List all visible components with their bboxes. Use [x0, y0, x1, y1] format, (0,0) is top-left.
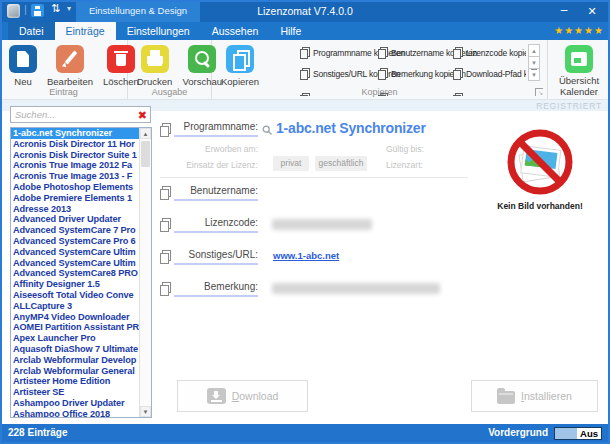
vordergrund-toggle[interactable]: Aus	[554, 427, 602, 440]
list-item[interactable]: Acronis True Image 2012 Fa	[11, 160, 139, 171]
download-button[interactable]: Download	[177, 380, 308, 412]
vordergrund-label: Vordergrund	[488, 424, 548, 442]
bemerkung-label: Bemerkung:	[174, 281, 258, 297]
scrollbar-thumb[interactable]	[141, 141, 150, 167]
gallery-more-button[interactable]: ▼	[528, 68, 540, 81]
copy-icon	[453, 68, 463, 80]
group-label-eintrag: Eintrag	[0, 87, 127, 97]
copy-command-item[interactable]: Bemerkung kopieren	[378, 68, 453, 80]
list-item[interactable]: Adobe Photoshop Elements	[11, 182, 139, 193]
sonstiges-url-label: Sonstiges/URL:	[174, 249, 258, 265]
list-item[interactable]: Advanced SystemCare Ultim	[11, 258, 139, 269]
kopieren-button[interactable]: Kopieren	[218, 45, 262, 87]
tab-hilfe[interactable]: Hilfe	[269, 22, 312, 40]
installieren-button[interactable]: Installieren	[471, 380, 598, 412]
search-input[interactable]	[15, 108, 130, 121]
list-item[interactable]: 1-abc.net Synchronizer	[11, 128, 139, 139]
close-button[interactable]: ✕	[582, 0, 602, 22]
ribbon: Neu Bearbeiten Löschen Eintrag Drucken	[0, 40, 610, 100]
clear-search-icon[interactable]: ✖	[138, 108, 147, 122]
copy-benutzername-icon[interactable]	[160, 186, 171, 200]
pencil-icon	[56, 45, 84, 73]
list-item[interactable]: AnyMP4 Video Downloader	[11, 312, 139, 323]
save-icon[interactable]	[31, 4, 44, 17]
list-item[interactable]: AOMEI Partition Assistant PR	[11, 322, 139, 333]
list-item[interactable]: Ashampoo Office 2018	[11, 409, 139, 417]
ribbon-group-ausgabe: Drucken Vorschau Ausgabe	[128, 40, 212, 99]
copy-bemerkung-icon[interactable]	[160, 282, 171, 296]
list-item[interactable]: Apex Launcher Pro	[11, 333, 139, 344]
ribbon-group-kopieren: Kopieren Programmname kopieren Benutzern…	[212, 40, 548, 99]
scroll-down-icon[interactable]: ▼	[140, 406, 151, 417]
copy-command-item[interactable]: Benutzername kopieren	[378, 47, 453, 59]
list-item[interactable]: Acronis Disk Director 11 Hor	[11, 139, 139, 150]
neu-button[interactable]: Neu	[6, 45, 40, 87]
list-item[interactable]: Advanced Driver Updater	[11, 214, 139, 225]
list-item[interactable]: Artisteer SE	[11, 387, 139, 398]
copy-command-item[interactable]: Lizenzcode kopieren	[453, 47, 526, 59]
list-item[interactable]: Adobe Premiere Elements 1	[11, 193, 139, 204]
einsatz-der-lizenz-label: Einsatz der Lizenz:	[154, 160, 258, 170]
list-item[interactable]: Arclab Webformular General	[11, 366, 139, 377]
copy-command-item[interactable]: Programmname kopieren	[300, 47, 378, 59]
list-item[interactable]: Aquasoft DiaShow 7 Ultimate	[11, 344, 139, 355]
minimize-button[interactable]: –	[554, 0, 574, 22]
list-item[interactable]: Acronis True Image 2013 - F	[11, 171, 139, 182]
list-item[interactable]: Artisteer Home Edition	[11, 376, 139, 387]
ribbon-tab-bar: Datei Einträge Einstellungen Aussehen Hi…	[0, 22, 610, 40]
printer-icon	[141, 45, 169, 73]
list-item[interactable]: Advanced SystemCare8 PRO	[11, 268, 139, 279]
lizenzcode-redacted-value	[272, 219, 372, 230]
list-item[interactable]: Advanced SystemCare 7 Pro	[11, 225, 139, 236]
list-item[interactable]: Advanced SystemCare Pro 6	[11, 236, 139, 247]
drucken-button[interactable]: Drucken	[134, 45, 175, 87]
list-item[interactable]: Affinity Designer 1.5	[11, 279, 139, 290]
url-link[interactable]: www.1-abc.net	[273, 250, 339, 261]
uebersicht-kalender-button[interactable]: Übersicht Kalender	[548, 40, 610, 97]
qat-separator: |	[24, 3, 27, 15]
dialog-launcher-icon[interactable]: ↘	[535, 88, 543, 96]
copy-icon	[378, 68, 388, 80]
scroll-up-icon[interactable]: ▲	[140, 128, 151, 139]
new-document-icon	[9, 45, 37, 73]
bearbeiten-button[interactable]: Bearbeiten	[44, 45, 96, 87]
copy-sonstiges-url-icon[interactable]	[160, 250, 171, 264]
lizenzart-label: Lizenzart:	[386, 160, 423, 170]
tab-aussehen[interactable]: Aussehen	[201, 22, 270, 40]
geschaeftlich-toggle-button[interactable]: geschäftlich	[315, 156, 367, 171]
app-logo-icon	[7, 4, 20, 18]
copy-icon	[453, 47, 463, 59]
list-item[interactable]: Advanced SystemCare Ultim	[11, 247, 139, 258]
status-bar: 228 Einträge Vordergrund Aus	[0, 424, 610, 442]
tab-datei[interactable]: Datei	[8, 22, 55, 40]
copy-lizenzcode-icon[interactable]	[160, 218, 171, 232]
qat-group-label[interactable]: Einstellungen & Design	[76, 0, 200, 22]
updown-arrows-icon[interactable]: ⇅	[51, 2, 60, 15]
download-icon	[207, 388, 226, 404]
copy-programmname-icon[interactable]	[160, 123, 171, 137]
list-item[interactable]: Arclab Webformular Develop	[11, 355, 139, 366]
programmname-value: 1-abc.net Synchronizer	[276, 120, 426, 136]
list-item[interactable]: Aiseesoft Total Video Conve	[11, 290, 139, 301]
tab-eintraege[interactable]: Einträge	[55, 22, 116, 40]
list-item[interactable]: Adresse 2013	[11, 204, 139, 215]
no-image-icon	[506, 128, 574, 196]
copy-command-item[interactable]: Sonstiges/URL kopieren	[300, 68, 378, 80]
registered-badge: REGISTRIERT	[536, 101, 602, 111]
benutzername-label: Benutzername:	[174, 185, 258, 201]
programmname-label: Programmname:	[174, 121, 258, 137]
list-scrollbar[interactable]: ▲ ▼	[139, 128, 151, 417]
list-item[interactable]: ALLCapture 3	[11, 301, 139, 312]
gueltig-bis-label: Gültig bis:	[386, 144, 424, 154]
list-item[interactable]: Ashampoo Driver Updater	[11, 398, 139, 409]
copy-command-item[interactable]: Download-Pfad kopieren	[453, 68, 526, 80]
list-item[interactable]: Acronis Disk Director Suite 1	[11, 150, 139, 161]
section-divider	[160, 177, 468, 178]
privat-toggle-button[interactable]: privat	[273, 156, 309, 171]
copy-pages-icon	[226, 45, 254, 73]
app-window: Lizenzomat V7.4.0.0 | ⇅ ▾ Einstellungen …	[0, 0, 610, 444]
tab-einstellungen[interactable]: Einstellungen	[116, 22, 201, 40]
no-image-caption: Kein Bild vorhanden!	[492, 201, 588, 211]
lizenzcode-label: Lizenzcode:	[174, 217, 258, 233]
qat-dropdown-caret-icon[interactable]: ▾	[67, 4, 71, 13]
